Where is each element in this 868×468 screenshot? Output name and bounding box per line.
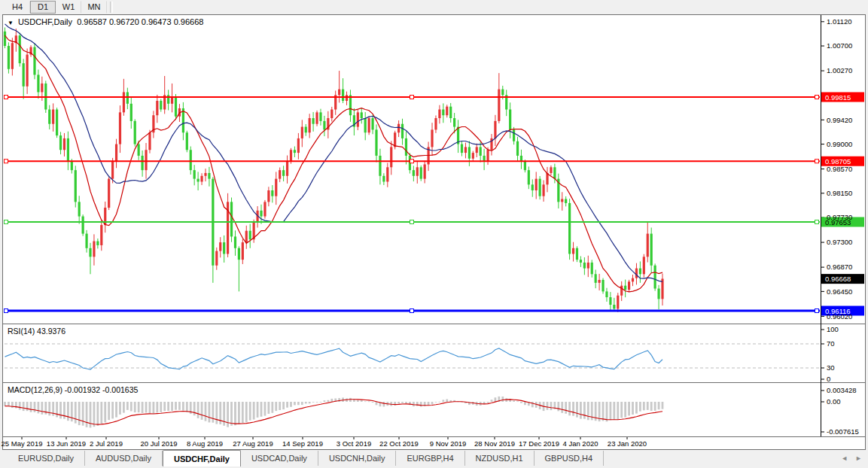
- rsi-scale-label: 70: [827, 339, 835, 348]
- tab-gbpusd-h4[interactable]: GBPUSD,H4: [535, 451, 605, 466]
- price-tick-label: 0.99000: [827, 140, 852, 148]
- date-tick-label: 28 Nov 2019: [474, 439, 515, 448]
- tab-usdchf-daily[interactable]: USDCHF,Daily: [163, 450, 241, 466]
- rsi-scale-label: 30: [827, 363, 835, 372]
- hline-handle[interactable]: [815, 309, 819, 313]
- ma-fast: [5, 35, 663, 292]
- hline-handle[interactable]: [5, 309, 8, 313]
- macd-scale-label: 0.00: [827, 397, 841, 406]
- tab-scroll-right-icon[interactable]: ►: [855, 454, 862, 462]
- date-tick-label: 3 Oct 2019: [337, 439, 371, 448]
- price-tick-label: 0.96450: [827, 287, 852, 296]
- symbol-dropdown-icon[interactable]: ▼: [8, 20, 14, 26]
- price-tick-label: 1.00270: [827, 66, 852, 74]
- price-badge: 0.98705: [825, 157, 851, 166]
- date-tick-label: 23 Jan 2020: [608, 439, 647, 448]
- rsi-line: [5, 348, 663, 369]
- ohlc-values: 0.96587 0.96720 0.96473 0.96668: [77, 17, 203, 26]
- tab-usdcad-daily[interactable]: USDCAD,Daily: [241, 451, 318, 466]
- price-badge: 0.96116: [825, 307, 851, 315]
- price-badge: 0.97653: [825, 218, 851, 226]
- date-tick-label: 25 May 2019: [2, 439, 43, 448]
- trading-app-window: H4D1W1MN 1.011201.007001.002700.994200.9…: [0, 0, 868, 468]
- hline-handle[interactable]: [815, 96, 819, 99]
- tab-scroll-arrows: ◄ ►: [841, 454, 862, 462]
- date-tick-label: 13 Jun 2019: [47, 439, 86, 448]
- symbol-timeframe-label: USDCHF,Daily: [18, 17, 72, 26]
- tab-scroll-left-icon[interactable]: ◄: [841, 454, 848, 462]
- date-tick-label: 22 Oct 2019: [379, 439, 419, 448]
- date-tick-label: 9 Nov 2019: [430, 439, 467, 448]
- ma-slow: [5, 24, 663, 282]
- tab-nzdusd-h1[interactable]: NZDUSD,H1: [465, 451, 535, 466]
- date-tick-label: 4 Jan 2020: [562, 439, 598, 448]
- price-tick-label: 1.00700: [827, 41, 852, 50]
- macd-scale-label: -0.007615: [827, 427, 859, 436]
- rsi-indicator-label: RSI(14) 43.9376: [8, 327, 65, 336]
- hline-handle[interactable]: [5, 220, 8, 224]
- date-tick-label: 27 Aug 2019: [233, 439, 273, 448]
- moving-averages: [5, 24, 663, 292]
- price-tick-label: 0.98150: [827, 189, 852, 197]
- date-tick-label: 2 Jul 2019: [90, 439, 123, 448]
- hline-handle[interactable]: [5, 160, 8, 163]
- price-tick-label: 1.01120: [827, 17, 852, 26]
- tab-eurusd-daily[interactable]: EURUSD,Daily: [8, 451, 85, 466]
- tab-usdcnh-daily[interactable]: USDCNH,Daily: [318, 451, 397, 466]
- macd-indicator-label: MACD(12,26,9) -0.001932 -0.001635: [8, 385, 138, 394]
- date-tick-label: 8 Aug 2019: [187, 439, 223, 448]
- price-tick-label: 0.96870: [827, 263, 852, 271]
- hline-handle[interactable]: [815, 220, 819, 224]
- hline-handle[interactable]: [410, 160, 414, 163]
- hline-handle[interactable]: [410, 96, 414, 99]
- hline-handle[interactable]: [410, 220, 414, 224]
- horizontal-lines: [5, 96, 821, 313]
- hline-handle[interactable]: [815, 160, 819, 163]
- price-tick-label: 0.98570: [827, 165, 852, 173]
- tab-audusd-daily[interactable]: AUDUSD,Daily: [85, 451, 163, 466]
- chart-canvas[interactable]: 1.011201.007001.002700.994200.990000.985…: [0, 0, 868, 468]
- macd-panel: [4, 391, 824, 432]
- macd-scale-label: 0.003428: [827, 386, 857, 394]
- rsi-scale-label: 0: [827, 375, 830, 383]
- hline-handle[interactable]: [410, 309, 414, 313]
- hline-handle[interactable]: [5, 96, 8, 99]
- rsi-panel: [5, 330, 824, 379]
- price-tick-label: 0.97300: [827, 238, 852, 246]
- date-tick-label: 20 Jul 2019: [140, 439, 177, 448]
- axes: [3, 15, 866, 450]
- macd-signal-line: [5, 400, 663, 424]
- date-tick-label: 14 Sep 2019: [282, 439, 323, 448]
- chart-tabs-bar: EURUSD,DailyAUDUSD,DailyUSDCHF,DailyUSDC…: [0, 450, 868, 468]
- chart-title: ▼USDCHF,Daily 0.96587 0.96720 0.96473 0.…: [8, 17, 203, 26]
- rsi-scale-label: 100: [827, 325, 839, 333]
- price-badge: 0.99815: [825, 93, 851, 102]
- price-tick-label: 0.99420: [827, 116, 852, 124]
- candlesticks: [4, 27, 664, 311]
- tab-eurgbp-h4[interactable]: EURGBP,H4: [396, 451, 464, 466]
- price-badge: 0.96668: [825, 275, 851, 283]
- date-tick-label: 17 Dec 2019: [519, 439, 559, 448]
